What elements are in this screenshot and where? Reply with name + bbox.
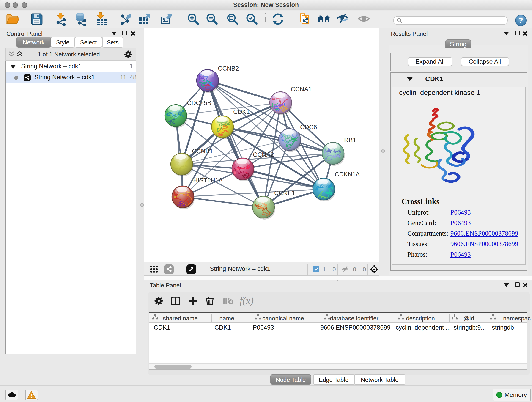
svg-text:CCNA2: CCNA2 [253,151,274,158]
svg-text:CCNE1: CCNE1 [274,190,295,196]
svg-text:CCNB2: CCNB2 [218,65,239,72]
svg-text:RB1: RB1 [344,137,356,144]
svg-text:CDKN1A: CDKN1A [335,171,360,178]
svg-text:CDC6: CDC6 [300,124,317,131]
svg-text:HIST1H1A: HIST1H1A [193,177,223,184]
svg-text:CCNA1: CCNA1 [291,86,312,93]
svg-text:CDK1: CDK1 [233,108,250,115]
svg-text:CDC25B: CDC25B [187,99,211,106]
svg-text:CCNB1: CCNB1 [192,148,213,155]
